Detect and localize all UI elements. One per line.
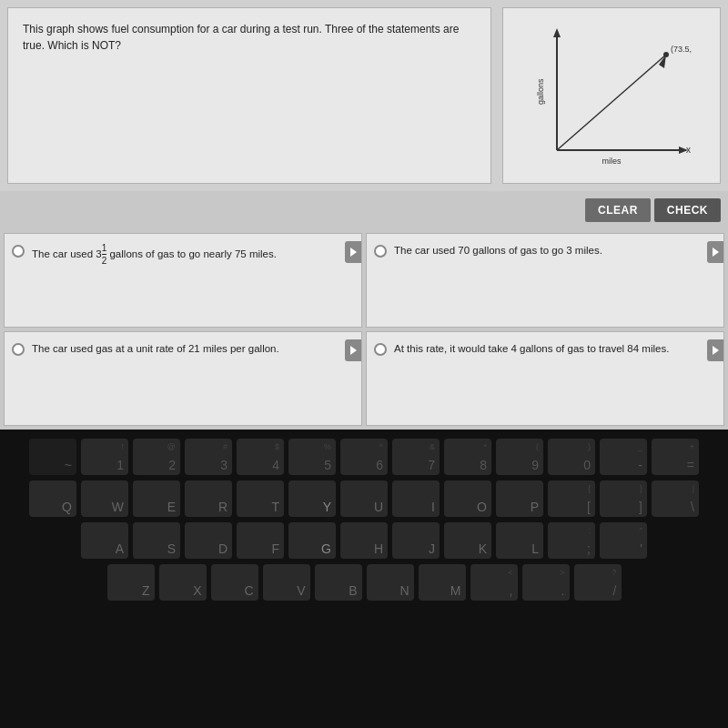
question-text: This graph shows fuel consumption for a … — [23, 21, 476, 54]
graph-panel: (73.5, 3.5) gallons miles x — [502, 7, 721, 184]
key-h[interactable]: H — [340, 522, 388, 559]
key-backslash[interactable]: |\ — [652, 480, 699, 517]
choice-a-arrow-icon — [350, 248, 357, 257]
key-t[interactable]: T — [237, 480, 284, 517]
choice-c-text: The car used gas at a unit rate of 21 mi… — [32, 341, 352, 357]
key-slash[interactable]: ?/ — [574, 564, 622, 601]
key-2[interactable]: @2 — [133, 439, 180, 475]
key-v[interactable]: V — [263, 564, 310, 601]
key-i[interactable]: I — [392, 480, 440, 517]
svg-line-4 — [557, 55, 666, 150]
key-9[interactable]: (9 — [496, 439, 543, 475]
svg-marker-2 — [553, 28, 561, 37]
choice-a-radio[interactable] — [12, 245, 25, 258]
fraction-3half: 12 — [102, 243, 107, 266]
choice-b-radio[interactable] — [374, 245, 387, 258]
key-q[interactable]: Q — [29, 480, 76, 517]
key-8[interactable]: *8 — [444, 439, 491, 475]
key-4[interactable]: $4 — [237, 439, 284, 475]
key-o[interactable]: O — [444, 480, 491, 517]
choice-a-arrow-btn[interactable] — [345, 241, 361, 263]
choice-b-cell: The car used 70 gallons of gas to go 3 m… — [366, 233, 724, 328]
key-comma[interactable]: <, — [470, 564, 518, 601]
key-s[interactable]: S — [133, 522, 180, 559]
choice-b-arrow-btn[interactable] — [707, 241, 723, 263]
choice-d-arrow-btn[interactable] — [707, 339, 723, 361]
keyboard-row-2: Q W E R T Y U I O P {[ }] |\ — [5, 480, 723, 517]
key-w[interactable]: W — [81, 480, 128, 517]
choice-d-radio[interactable] — [374, 343, 387, 356]
key-tilde[interactable]: ~ — [29, 439, 76, 475]
choice-d-arrow-icon — [713, 346, 719, 355]
graph-svg-container: (73.5, 3.5) gallons miles x — [530, 23, 693, 168]
graph-y-label: gallons — [536, 78, 545, 105]
key-p[interactable]: P — [496, 480, 543, 517]
graph-svg: (73.5, 3.5) gallons miles x — [530, 23, 693, 168]
graph-x-label: miles — [602, 157, 622, 166]
svg-point-6 — [663, 52, 669, 57]
key-c[interactable]: C — [211, 564, 258, 601]
key-e[interactable]: E — [133, 480, 180, 517]
key-d[interactable]: D — [185, 522, 232, 559]
key-m[interactable]: M — [419, 564, 466, 601]
choice-a-cell: The car used 312 gallons of gas to go ne… — [4, 233, 362, 328]
keyboard-row-1: ~ !1 @2 #3 $4 %5 ^6 &7 *8 (9 )0 _- += — [5, 439, 723, 475]
key-quote[interactable]: "' — [600, 522, 647, 559]
key-x[interactable]: X — [159, 564, 207, 601]
key-3[interactable]: #3 — [185, 439, 232, 475]
key-g[interactable]: G — [288, 522, 336, 559]
choice-c-cell: The car used gas at a unit rate of 21 mi… — [4, 331, 362, 426]
key-f[interactable]: F — [237, 522, 284, 559]
choice-a-text: The car used 312 gallons of gas to go ne… — [32, 243, 352, 266]
key-l[interactable]: L — [496, 522, 543, 559]
graph-point-label: (73.5, 3.5) — [671, 45, 693, 54]
choice-b-arrow-icon — [713, 248, 719, 257]
key-equals[interactable]: += — [652, 439, 699, 475]
key-7[interactable]: &7 — [392, 439, 440, 475]
choice-b-text: The car used 70 gallons of gas to go 3 m… — [394, 243, 714, 258]
keyboard-row-4: Z X C V B N M <, >. ?/ — [5, 564, 723, 601]
key-minus[interactable]: _- — [600, 439, 647, 475]
app-container: This graph shows fuel consumption for a … — [0, 0, 728, 728]
key-period[interactable]: >. — [522, 564, 570, 601]
clear-button[interactable]: CLEAR — [585, 198, 651, 222]
key-6[interactable]: ^6 — [340, 439, 388, 475]
key-z[interactable]: Z — [107, 564, 155, 601]
keyboard-area: ~ !1 @2 #3 $4 %5 ^6 &7 *8 (9 )0 _- += Q … — [0, 430, 728, 728]
choice-d-cell: At this rate, it would take 4 gallons of… — [366, 331, 724, 426]
keyboard-row-3: A S D F G H J K L :; "' — [5, 522, 723, 559]
choice-c-arrow-icon — [350, 346, 357, 355]
graph-x-axis-arrow: x — [686, 145, 691, 155]
choices-area: The car used 312 gallons of gas to go ne… — [0, 229, 728, 430]
toolbar-area: CLEAR CHECK — [0, 191, 728, 229]
key-k[interactable]: K — [444, 522, 491, 559]
key-1[interactable]: !1 — [81, 439, 128, 475]
question-panel: This graph shows fuel consumption for a … — [7, 7, 491, 184]
key-semicolon[interactable]: :; — [548, 522, 595, 559]
key-bracket-right[interactable]: }] — [600, 480, 647, 517]
key-r[interactable]: R — [185, 480, 232, 517]
key-y[interactable]: Y — [288, 480, 336, 517]
key-n[interactable]: N — [367, 564, 414, 601]
choice-c-radio[interactable] — [12, 343, 25, 356]
choice-d-text: At this rate, it would take 4 gallons of… — [394, 341, 714, 357]
check-button[interactable]: CHECK — [654, 198, 721, 222]
key-a[interactable]: A — [81, 522, 128, 559]
key-b[interactable]: B — [315, 564, 362, 601]
key-u[interactable]: U — [340, 480, 388, 517]
top-area: This graph shows fuel consumption for a … — [0, 0, 728, 191]
key-j[interactable]: J — [392, 522, 440, 559]
key-bracket-left[interactable]: {[ — [548, 480, 595, 517]
choice-c-arrow-btn[interactable] — [345, 339, 361, 361]
key-0[interactable]: )0 — [548, 439, 595, 475]
key-5[interactable]: %5 — [288, 439, 336, 475]
